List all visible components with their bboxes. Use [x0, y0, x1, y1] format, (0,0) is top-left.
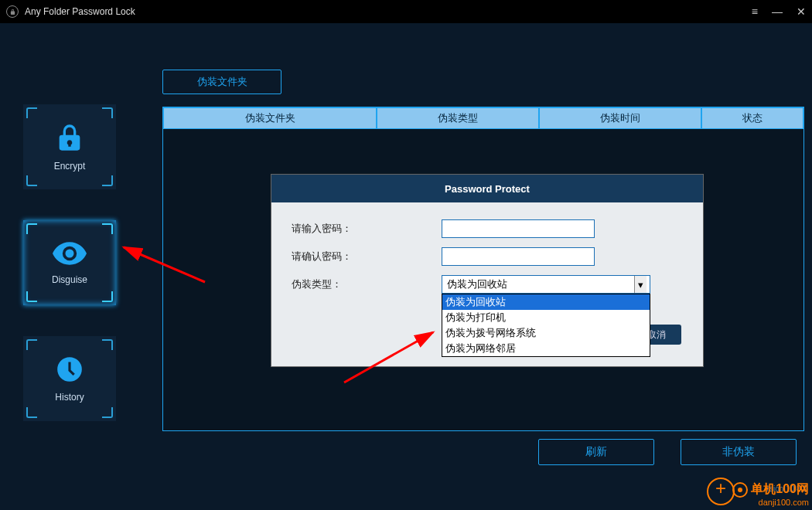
select-value: 伪装为回收站 — [445, 277, 634, 291]
app-icon-lock — [6, 5, 19, 18]
col-type[interactable]: 伪装类型 — [377, 107, 539, 129]
password-input[interactable] — [442, 219, 595, 238]
dialog-title: Password Protect — [271, 175, 703, 202]
sidebar-label-encrypt: Encrypt — [54, 161, 86, 172]
sidebar-label-history: History — [55, 392, 84, 403]
sidebar-item-disguise[interactable]: Disguise — [23, 220, 116, 305]
eye-icon — [53, 240, 87, 270]
confirm-password-label: 请确认密码： — [287, 250, 442, 264]
titlebar: Any Folder Password Lock ≡ — ✕ — [0, 0, 812, 23]
watermark-logo-icon — [732, 482, 748, 498]
close-icon[interactable]: ✕ — [797, 5, 806, 18]
window-controls: ≡ — ✕ — [752, 5, 806, 18]
undisguise-button[interactable]: 非伪装 — [681, 439, 797, 465]
clock-icon — [55, 355, 84, 387]
app-title: Any Folder Password Lock — [25, 6, 135, 17]
col-folder[interactable]: 伪装文件夹 — [163, 107, 377, 129]
password-dialog: Password Protect 请输入密码： 请确认密码： 伪装类型： 伪装为… — [271, 174, 704, 367]
disguise-type-label: 伪装类型： — [287, 277, 442, 291]
sidebar-label-disguise: Disguise — [52, 274, 87, 285]
password-label: 请输入密码： — [287, 222, 442, 236]
watermark: 单机100网 danji100.com — [732, 481, 809, 507]
watermark-plus-icon: + — [707, 478, 735, 505]
sidebar-item-history[interactable]: History — [23, 336, 116, 421]
minimize-icon[interactable]: — — [772, 5, 783, 18]
disguise-type-dropdown: 伪装为回收站 伪装为打印机 伪装为拨号网络系统 伪装为网络邻居 — [442, 294, 650, 357]
disguise-type-select[interactable]: 伪装为回收站 ▾ — [442, 275, 650, 294]
bottom-buttons: 刷新 非伪装 — [162, 439, 804, 465]
confirm-password-input[interactable] — [442, 247, 595, 266]
refresh-button[interactable]: 刷新 — [538, 439, 654, 465]
watermark-url: danji100.com — [732, 498, 809, 507]
option-network-neighbor[interactable]: 伪装为网络邻居 — [442, 341, 650, 356]
col-time[interactable]: 伪装时间 — [539, 107, 701, 129]
menu-icon[interactable]: ≡ — [752, 5, 758, 18]
watermark-text: 单机100网 — [751, 481, 809, 498]
option-dialup[interactable]: 伪装为拨号网络系统 — [442, 325, 650, 341]
option-printer[interactable]: 伪装为打印机 — [442, 310, 650, 325]
col-status[interactable]: 状态 — [701, 107, 803, 129]
sidebar: Encrypt Disguise History — [23, 104, 116, 421]
lock-icon — [54, 122, 85, 156]
table-header: 伪装文件夹 伪装类型 伪装时间 状态 — [163, 107, 803, 129]
chevron-down-icon: ▾ — [634, 276, 647, 293]
disguise-folder-button[interactable]: 伪装文件夹 — [162, 70, 281, 94]
option-recycle-bin[interactable]: 伪装为回收站 — [442, 294, 650, 310]
sidebar-item-encrypt[interactable]: Encrypt — [23, 104, 116, 189]
